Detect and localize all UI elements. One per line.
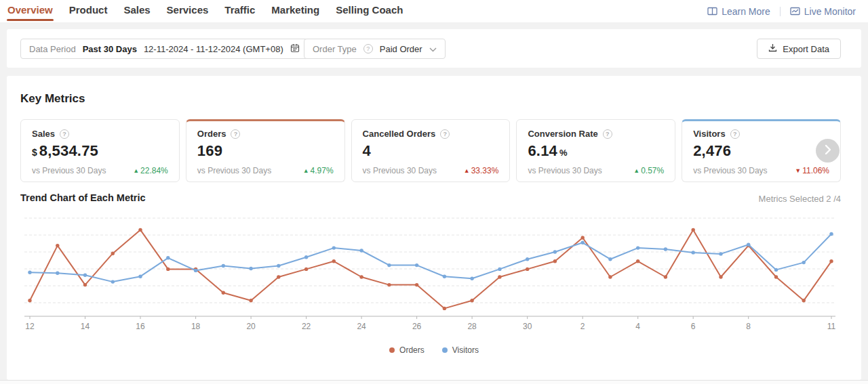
svg-text:26: 26 — [412, 322, 422, 331]
delta-badge: ▲22.84% — [133, 166, 168, 175]
book-icon — [707, 7, 717, 16]
tab-traffic[interactable]: Traffic — [224, 0, 256, 22]
trend-chart-svg: 12141618202224262830246811 — [20, 213, 841, 335]
metric-value: 2,476 — [693, 142, 731, 160]
trend-arrow-icon: ▲ — [303, 167, 309, 174]
order-type-label: Order Type — [313, 44, 357, 54]
metric-card-sales[interactable]: Sales ? $ 8,534.75 vs Previous 30 Days ▲… — [20, 119, 180, 182]
monitor-chart-icon — [790, 7, 800, 16]
percent-suffix: % — [559, 148, 568, 158]
chevron-right-icon — [825, 144, 831, 158]
download-icon — [768, 43, 777, 54]
export-data-button[interactable]: Export Data — [757, 39, 841, 59]
data-period-label: Data Period — [29, 44, 76, 54]
metric-value: 4 — [363, 142, 371, 160]
delta-badge: ▲4.97% — [303, 166, 334, 175]
trend-arrow-icon: ▲ — [633, 167, 639, 174]
svg-text:20: 20 — [246, 322, 256, 331]
live-monitor-link[interactable]: Live Monitor — [790, 6, 856, 17]
svg-text:8: 8 — [746, 322, 751, 331]
trend-arrow-icon: ▼ — [795, 167, 801, 174]
delta-badge: ▲33.33% — [464, 166, 499, 175]
calendar-icon[interactable] — [290, 43, 300, 55]
filter-bar: Data Period Past 30 Days 12-11-2024 - 11… — [7, 29, 861, 68]
trend-chart-title: Trend Chart of Each Metric — [20, 192, 146, 203]
metric-label: Sales — [32, 129, 55, 139]
help-icon[interactable]: ? — [603, 129, 612, 139]
delta-badge: ▲0.57% — [633, 166, 664, 175]
overview-panel: Key Metrics Sales ? $ 8,534.75 vs Previo… — [7, 76, 861, 380]
metric-card-cancelled-orders[interactable]: Cancelled Orders ? 4 vs Previous 30 Days… — [351, 119, 511, 182]
currency-symbol: $ — [32, 147, 37, 158]
trend-arrow-icon: ▲ — [464, 167, 470, 174]
live-monitor-label: Live Monitor — [804, 6, 856, 17]
order-type-value: Paid Order — [380, 44, 422, 54]
top-navigation-bar: Overview Product Sales Services Traffic … — [0, 0, 868, 22]
svg-text:2: 2 — [580, 322, 585, 331]
metric-value: 8,534.75 — [39, 142, 98, 160]
metric-value: 169 — [197, 142, 222, 160]
help-icon[interactable]: ? — [440, 129, 450, 139]
chevron-down-icon — [429, 44, 437, 54]
top-links-divider — [780, 7, 781, 16]
tab-marketing[interactable]: Marketing — [271, 0, 320, 22]
trend-arrow-icon: ▲ — [133, 167, 139, 174]
legend-label: Orders — [399, 345, 425, 355]
metric-card-conversion-rate[interactable]: Conversion Rate ? 6.14 % vs Previous 30 … — [516, 119, 675, 182]
svg-text:11: 11 — [827, 322, 836, 331]
delta-badge: ▼11.06% — [795, 166, 829, 175]
svg-text:30: 30 — [523, 322, 532, 331]
metric-cards-row: Sales ? $ 8,534.75 vs Previous 30 Days ▲… — [20, 119, 841, 182]
tab-sales[interactable]: Sales — [123, 0, 151, 22]
help-icon[interactable]: ? — [730, 129, 740, 139]
metric-label: Cancelled Orders — [363, 129, 436, 139]
legend-label: Visitors — [452, 345, 479, 355]
svg-text:28: 28 — [467, 322, 477, 331]
metric-label: Orders — [197, 129, 226, 139]
metric-value: 6.14 — [528, 142, 557, 160]
svg-text:24: 24 — [357, 322, 366, 331]
tab-selling-coach[interactable]: Selling Coach — [335, 0, 403, 22]
compare-label: vs Previous 30 Days — [528, 166, 601, 175]
compare-label: vs Previous 30 Days — [363, 166, 437, 175]
metric-card-orders[interactable]: Orders ? 169 vs Previous 30 Days ▲4.97% — [186, 119, 345, 182]
key-metrics-title: Key Metrics — [20, 92, 85, 106]
svg-text:4: 4 — [635, 322, 640, 331]
help-icon[interactable]: ? — [60, 129, 69, 139]
svg-text:18: 18 — [191, 322, 201, 331]
metric-label: Visitors — [693, 129, 725, 139]
tab-services[interactable]: Services — [166, 0, 210, 22]
cards-carousel-next-button[interactable] — [816, 139, 840, 163]
legend-item-visitors[interactable]: Visitors — [442, 345, 479, 355]
help-icon[interactable]: ? — [231, 129, 240, 139]
legend-dot-icon — [389, 347, 395, 353]
data-period-picker[interactable]: Data Period Past 30 Days 12-11-2024 - 11… — [20, 39, 309, 59]
learn-more-link[interactable]: Learn More — [707, 6, 770, 17]
period-range: 12-11-2024 - 11-12-2024 (GMT+08) — [144, 44, 283, 54]
help-icon[interactable]: ? — [363, 44, 373, 54]
compare-label: vs Previous 30 Days — [693, 166, 767, 175]
tab-product[interactable]: Product — [68, 0, 108, 22]
svg-text:12: 12 — [25, 322, 35, 331]
svg-text:22: 22 — [302, 322, 311, 331]
compare-label: vs Previous 30 Days — [197, 166, 271, 175]
svg-text:6: 6 — [691, 322, 696, 331]
order-type-select[interactable]: Order Type ? Paid Order — [304, 39, 446, 59]
legend-dot-icon — [442, 347, 448, 353]
metric-label: Conversion Rate — [528, 129, 597, 139]
top-right-links: Learn More Live Monitor — [707, 0, 856, 22]
svg-text:16: 16 — [136, 322, 145, 331]
compare-label: vs Previous 30 Days — [32, 166, 106, 175]
page-bottom-divider — [0, 380, 868, 384]
chart-legend: OrdersVisitors — [7, 345, 861, 355]
legend-item-orders[interactable]: Orders — [389, 345, 425, 355]
learn-more-label: Learn More — [722, 6, 770, 17]
period-preset: Past 30 Days — [83, 44, 137, 54]
tab-overview[interactable]: Overview — [7, 0, 54, 22]
export-data-label: Export Data — [783, 44, 829, 54]
metrics-selected-counter: Metrics Selected 2 /4 — [759, 194, 841, 204]
trend-line-chart[interactable]: 12141618202224262830246811 — [20, 213, 841, 335]
svg-text:14: 14 — [81, 322, 90, 331]
nav-tabs: Overview Product Sales Services Traffic … — [7, 0, 403, 22]
